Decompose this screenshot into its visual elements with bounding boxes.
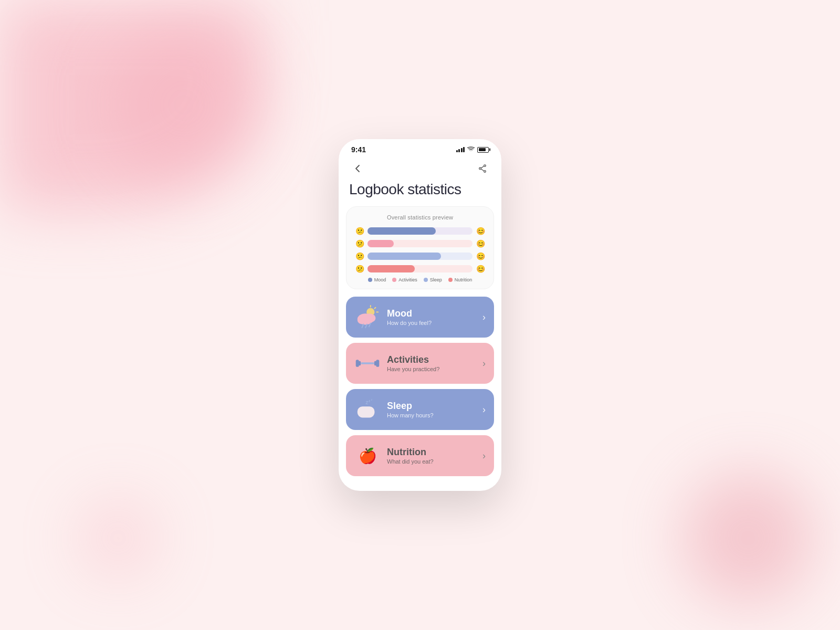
legend-label-sleep: Sleep (430, 277, 442, 282)
mood-card[interactable]: Mood How do you feel? › (346, 297, 494, 338)
activities-card-chevron: › (482, 358, 486, 369)
legend-dot-nutrition (448, 278, 453, 282)
stat-left-emoji-mood: 😕 (355, 227, 364, 235)
stat-row-nutrition: 😕 😊 (355, 265, 485, 273)
mood-card-title: Mood (387, 308, 476, 320)
mood-card-subtitle: How do you feel? (387, 320, 476, 326)
nutrition-card-text: Nutrition What did you eat? (387, 447, 476, 465)
svg-point-1 (484, 171, 486, 173)
svg-point-0 (484, 165, 486, 167)
status-bar: 9:41 (339, 139, 501, 156)
dumbbell-icon (355, 356, 380, 371)
svg-point-2 (479, 167, 481, 170)
mood-icon-area (354, 304, 381, 330)
svg-line-3 (481, 166, 484, 169)
legend-mood: Mood (368, 277, 386, 282)
stat-right-emoji-sleep: 😊 (476, 252, 485, 260)
bg-decoration-3 (682, 472, 814, 604)
svg-line-13 (365, 324, 367, 328)
activities-card-subtitle: Have you practiced? (387, 366, 476, 372)
stat-right-emoji-activities: 😊 (476, 239, 485, 248)
stat-left-emoji-nutrition: 😕 (355, 265, 364, 273)
mood-card-text: Mood How do you feel? (387, 308, 476, 327)
battery-icon (477, 147, 489, 153)
nutrition-icon-area: 🍎 (354, 443, 381, 469)
nutrition-card-subtitle: What did you eat? (387, 458, 476, 465)
stat-bar-mood (368, 227, 472, 235)
svg-text:z: z (371, 398, 373, 401)
sleep-card-title: Sleep (387, 401, 476, 412)
mood-weather-icon (354, 304, 381, 330)
back-button[interactable] (349, 160, 366, 177)
legend-dot-mood (368, 278, 372, 282)
legend-activities: Activities (392, 277, 417, 282)
phone-content: Overall statistics preview 😕 😊 😕 😊 (339, 206, 501, 487)
activities-card-title: Activities (387, 354, 476, 366)
legend-nutrition: Nutrition (448, 277, 472, 282)
svg-point-11 (358, 316, 368, 324)
stat-bar-nutrition (368, 265, 472, 272)
nutrition-icon: 🍎 (359, 447, 377, 465)
activities-card[interactable]: Activities Have you practiced? › (346, 343, 494, 384)
svg-line-12 (362, 324, 363, 328)
status-icons (456, 146, 489, 153)
sleep-card[interactable]: Z z z Sleep How many hours? › (346, 389, 494, 430)
page-title: Logbook statistics (339, 179, 501, 206)
stat-right-emoji-mood: 😊 (476, 227, 485, 235)
stat-row-activities: 😕 😊 (355, 239, 485, 248)
stat-row-mood: 😕 😊 (355, 227, 485, 235)
svg-line-7 (374, 308, 375, 309)
signal-icon (456, 147, 465, 152)
nutrition-card-chevron: › (482, 450, 486, 461)
stat-bar-activities (368, 240, 472, 247)
nav-bar (339, 156, 501, 179)
activities-icon-area (354, 350, 381, 376)
sleep-card-subtitle: How many hours? (387, 412, 476, 418)
sleep-card-chevron: › (482, 404, 486, 415)
stat-bar-sleep (368, 253, 472, 260)
svg-rect-15 (356, 360, 359, 367)
stat-left-emoji-activities: 😕 (355, 239, 364, 248)
legend-sleep: Sleep (424, 277, 442, 282)
nutrition-card[interactable]: 🍎 Nutrition What did you eat? › (346, 435, 494, 476)
wifi-icon (467, 146, 475, 153)
svg-rect-16 (359, 361, 361, 366)
sleep-icon-area: Z z z (354, 396, 381, 423)
legend-label-activities: Activities (398, 277, 417, 282)
svg-rect-19 (376, 360, 379, 367)
activities-card-text: Activities Have you practiced? (387, 354, 476, 373)
stat-left-emoji-sleep: 😕 (355, 252, 364, 260)
phone-frame: 9:41 (339, 139, 501, 491)
bg-decoration-2 (105, 26, 262, 184)
sleep-card-text: Sleep How many hours? (387, 401, 476, 419)
legend-dot-activities (392, 278, 396, 282)
mood-card-chevron: › (482, 312, 486, 323)
bg-decoration-4 (79, 499, 158, 578)
stats-card: Overall statistics preview 😕 😊 😕 😊 (346, 206, 494, 289)
stat-row-sleep: 😕 😊 (355, 252, 485, 260)
stat-right-emoji-nutrition: 😊 (476, 265, 485, 273)
stats-card-title: Overall statistics preview (355, 214, 485, 220)
legend-dot-sleep (424, 278, 428, 282)
svg-line-4 (481, 169, 484, 171)
legend-label-nutrition: Nutrition (455, 277, 472, 282)
svg-text:z: z (369, 399, 371, 403)
svg-rect-17 (361, 362, 374, 364)
svg-rect-20 (358, 406, 375, 417)
share-button[interactable] (474, 160, 491, 177)
status-time: 9:41 (351, 145, 366, 154)
legend-label-mood: Mood (374, 277, 386, 282)
stats-legend: Mood Activities Sleep Nutrition (355, 277, 485, 282)
sleep-pillow-icon: Z z z (354, 398, 381, 421)
nutrition-card-title: Nutrition (387, 447, 476, 458)
